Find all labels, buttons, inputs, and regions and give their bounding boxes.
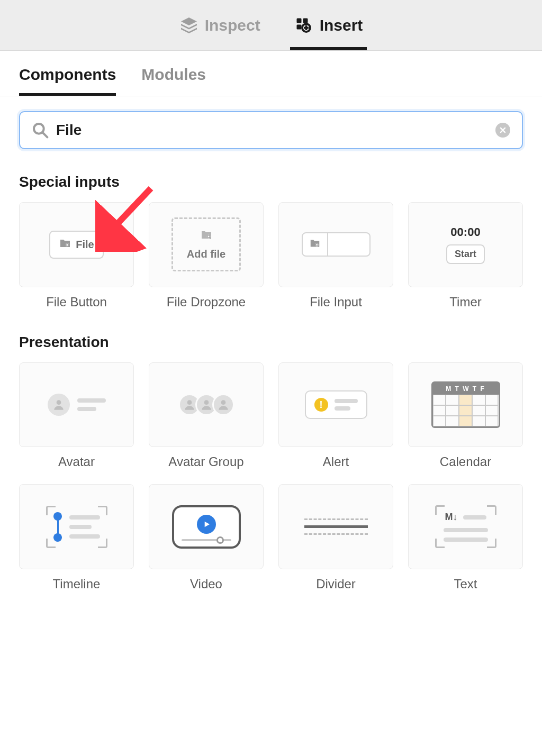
component-divider[interactable] [278,484,393,569]
search-icon [32,122,49,139]
svg-point-16 [56,400,61,405]
avatar-icon [48,394,70,416]
panel-subtabs: Components Modules [0,51,542,96]
tab-inspect-label: Inspect [205,16,260,34]
special-inputs-grid: File File Button Add file File Dropzone … [19,202,523,309]
component-file-button[interactable]: File [19,202,134,287]
folder-search-icon [309,238,321,251]
insert-icon [294,16,313,35]
folder-search-icon [59,237,71,252]
subtab-modules[interactable]: Modules [141,66,206,96]
tab-insert-label: Insert [320,16,363,34]
component-label: Alert [323,454,349,469]
component-label: Divider [316,577,356,591]
divider-icon [304,518,368,535]
layers-icon [179,16,198,35]
calendar-days: M T W T F [433,383,499,395]
warning-icon: ! [314,398,328,412]
svg-point-18 [204,400,209,405]
component-avatar-group[interactable] [149,362,264,448]
component-label: Text [454,577,477,591]
tab-insert[interactable]: Insert [290,0,367,50]
component-calendar[interactable]: M T W T F [408,362,523,448]
dropzone-thumb-label: Add file [187,248,225,260]
component-timeline[interactable] [19,484,134,569]
component-label: Avatar Group [168,454,243,469]
component-label: Video [190,577,222,591]
svg-point-19 [221,400,225,405]
search-input[interactable] [56,122,488,139]
component-alert[interactable]: ! [278,362,393,448]
component-label: File Button [46,295,107,309]
component-label: File Input [310,295,362,309]
svg-rect-0 [296,18,301,23]
avatar-icon [212,394,234,416]
section-title-presentation: Presentation [19,334,523,351]
clear-search-icon[interactable] [495,123,510,138]
search-box[interactable] [19,111,523,149]
component-label: Timer [449,295,481,309]
component-video[interactable] [149,484,264,569]
file-button-thumb-label: File [76,239,94,251]
section-title-special-inputs: Special inputs [19,174,523,190]
video-icon [172,505,241,549]
svg-point-17 [187,400,192,405]
play-icon [197,515,216,534]
component-text[interactable]: M↓ [408,484,523,569]
timer-time: 00:00 [450,225,480,239]
component-file-input[interactable] [278,202,393,287]
calendar-icon: M T W T F [431,381,500,428]
component-label: Calendar [440,454,491,469]
component-label: File Dropzone [167,295,246,309]
tab-inspect[interactable]: Inspect [175,0,265,50]
component-label: Avatar [58,454,95,469]
component-timer[interactable]: 00:00 Start [408,202,523,287]
component-avatar[interactable] [19,362,134,448]
folder-search-icon [200,229,213,244]
top-toolbar: Inspect Insert [0,0,542,51]
component-file-dropzone[interactable]: Add file [149,202,264,287]
component-label: Timeline [53,577,101,591]
subtab-components[interactable]: Components [19,66,116,96]
svg-line-5 [42,132,47,137]
svg-rect-1 [303,18,308,23]
svg-rect-2 [296,24,301,29]
presentation-grid: Avatar Avatar Group ! Alert [19,362,523,591]
timer-start-label: Start [446,244,485,264]
